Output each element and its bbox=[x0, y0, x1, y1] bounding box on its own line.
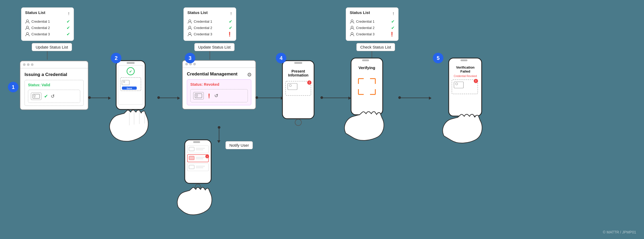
status-row-3-2: Credential 2 ✔ bbox=[350, 25, 395, 30]
notify-user-box: Notify User bbox=[225, 141, 253, 149]
browser-dot-3 bbox=[31, 63, 34, 66]
refresh-icon-mgmt: ↺ bbox=[214, 93, 218, 99]
person-icon-1-1 bbox=[25, 19, 30, 24]
svg-rect-34 bbox=[189, 156, 194, 160]
person-icon-1-2 bbox=[25, 26, 30, 30]
svg-text:!: ! bbox=[475, 80, 476, 83]
status-list-3: Status List ↑ Credential 1 ✔ Credential … bbox=[346, 7, 399, 41]
phone-present-info-svg: Present Information ! bbox=[280, 58, 322, 137]
svg-point-1 bbox=[26, 26, 29, 28]
browser-management: Credential Management ⚙ Status: Revoked … bbox=[182, 60, 256, 109]
status-row-3-3: Credential 3 ❗ bbox=[350, 32, 395, 37]
person-icon-3-1 bbox=[350, 19, 354, 24]
hand-phone-verifying: Verifying bbox=[340, 55, 399, 142]
status-row-3-1: Credential 1 ✔ bbox=[350, 19, 395, 24]
step-1-circle: 1 bbox=[8, 82, 18, 92]
svg-point-22 bbox=[189, 26, 191, 28]
svg-rect-27 bbox=[185, 140, 211, 183]
svg-point-21 bbox=[189, 20, 191, 22]
browser-dot-6 bbox=[193, 63, 196, 65]
check-status-list-box: Check Status List bbox=[356, 43, 395, 51]
svg-text:!: ! bbox=[309, 81, 310, 84]
step-3-circle: 3 bbox=[185, 53, 195, 63]
browser-dot-4 bbox=[185, 63, 188, 65]
svg-rect-24 bbox=[195, 94, 202, 98]
update-status-list-1-box: Update Status List bbox=[32, 43, 72, 51]
arrow-verify-failed bbox=[399, 98, 431, 98]
diagram-container: 1 Status List ↑ Credential 1 ✔ Credentia… bbox=[0, 0, 644, 239]
upload-icon-1: ↑ bbox=[68, 11, 70, 16]
person-icon-3-2 bbox=[350, 26, 354, 30]
svg-point-56 bbox=[351, 26, 353, 28]
status-row-2-1: Credential 1 ✔ bbox=[187, 19, 232, 24]
person-icon-2-2 bbox=[187, 26, 192, 30]
arrow-2-3 bbox=[158, 98, 179, 98]
person-icon-2-1 bbox=[187, 19, 192, 24]
svg-point-54 bbox=[295, 119, 301, 126]
status-list-2: Status List ↑ Credential 1 ✔ Credential … bbox=[183, 7, 236, 41]
person-icon-3-3 bbox=[350, 32, 354, 37]
status-row-1-2: Credential 2 ✔ bbox=[25, 25, 70, 30]
svg-rect-59 bbox=[362, 59, 369, 61]
svg-point-2 bbox=[26, 32, 29, 35]
cred-icon-issuing bbox=[31, 93, 41, 100]
step-2-circle: 2 bbox=[111, 53, 121, 63]
dot-verify-failed bbox=[398, 96, 401, 99]
hand-phone-1: ✔ Save bbox=[106, 58, 158, 142]
svg-point-55 bbox=[351, 20, 353, 22]
svg-point-4 bbox=[34, 95, 35, 97]
status-row-2-2: Credential 2 ✔ bbox=[187, 25, 232, 30]
dot-4-verify bbox=[320, 96, 323, 99]
svg-text:Credential Revoked: Credential Revoked bbox=[454, 75, 477, 78]
svg-text:!: ! bbox=[207, 155, 208, 158]
dot-2-3 bbox=[157, 96, 160, 99]
phone-present-info: Present Information ! bbox=[280, 58, 322, 137]
refresh-icon-issuing: ↺ bbox=[51, 93, 55, 99]
svg-rect-71 bbox=[461, 59, 467, 61]
step-4-circle: 4 bbox=[276, 53, 286, 63]
svg-text:Verifying: Verifying bbox=[358, 65, 375, 70]
cred-icon-mgmt bbox=[193, 92, 204, 99]
browser-dot-2 bbox=[27, 63, 30, 66]
svg-text:Save: Save bbox=[126, 87, 132, 90]
svg-point-57 bbox=[351, 32, 353, 35]
browser-issuing: Issuing a Credential Status: Valid ✔ ↺ bbox=[20, 61, 88, 110]
person-icon-1-3 bbox=[25, 32, 30, 37]
svg-point-0 bbox=[26, 20, 29, 22]
svg-text:Verification: Verification bbox=[456, 65, 475, 69]
gear-icon: ⚙ bbox=[247, 71, 252, 78]
person-icon-2-3 bbox=[187, 32, 192, 37]
hand-phone-1-svg: ✔ Save bbox=[106, 58, 158, 142]
arrow-3-4 bbox=[257, 98, 283, 98]
svg-text:✔: ✔ bbox=[129, 69, 132, 74]
status-row-1-3: Credential 3 ✔ bbox=[25, 32, 70, 37]
status-row-1-1: Credential 1 ✔ bbox=[25, 19, 70, 24]
status-list-1: Status List ↑ Credential 1 ✔ Credential … bbox=[21, 7, 74, 41]
hand-phone-2-svg: ! bbox=[174, 137, 227, 216]
svg-rect-8 bbox=[127, 62, 135, 64]
svg-rect-28 bbox=[193, 141, 200, 143]
browser-dot-1 bbox=[23, 63, 26, 66]
hand-phone-failed-svg: Verification Failed Credential Revoked ! bbox=[438, 55, 499, 145]
watermark: © MATTR / JPMP01 bbox=[603, 230, 636, 234]
svg-text:Present: Present bbox=[291, 69, 305, 73]
status-row-2-3: Credential 3 ❗ bbox=[187, 32, 232, 37]
hand-phone-verifying-svg: Verifying bbox=[340, 55, 399, 142]
upload-icon-2: ↑ bbox=[230, 11, 232, 16]
svg-point-25 bbox=[196, 94, 198, 96]
hand-phone-2: ! bbox=[174, 137, 227, 216]
dot-mgmt-notify bbox=[218, 126, 220, 129]
check-icon-issuing: ✔ bbox=[44, 93, 48, 99]
upload-icon-3: ↑ bbox=[392, 11, 395, 16]
exclaim-icon-mgmt: ❗ bbox=[206, 93, 212, 98]
hand-phone-failed: Verification Failed Credential Revoked ! bbox=[438, 55, 499, 145]
step-5-circle: 5 bbox=[433, 53, 443, 63]
svg-text:Information: Information bbox=[288, 73, 309, 77]
svg-rect-3 bbox=[33, 94, 40, 98]
update-status-list-2-box: Update Status List bbox=[194, 43, 235, 51]
dot-1-2 bbox=[88, 96, 91, 99]
svg-rect-46 bbox=[294, 62, 302, 64]
dot-3-4 bbox=[255, 96, 258, 99]
svg-text:Failed: Failed bbox=[460, 69, 470, 73]
svg-point-23 bbox=[189, 32, 191, 35]
